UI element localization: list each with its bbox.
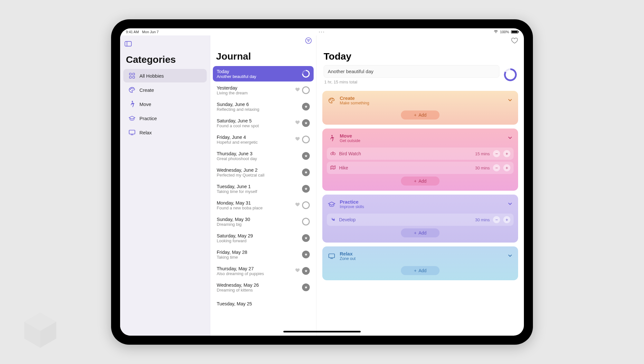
plus-icon: +: [414, 178, 416, 184]
sidebar: Categories All Hobbies Create Move Pract…: [120, 35, 210, 336]
sidebar-item-relax[interactable]: Relax: [123, 126, 207, 139]
star-icon: ★: [302, 168, 310, 176]
add-label: Add: [419, 112, 427, 118]
journal-row-sub: Hopeful and energetic: [217, 140, 295, 145]
svg-point-11: [133, 88, 133, 89]
decrement-button[interactable]: −: [493, 164, 500, 171]
journal-list[interactable]: Today Another beautiful day Yesterday Li…: [210, 65, 316, 336]
journal-row[interactable]: Tuesday, May 25: [213, 296, 314, 311]
card-header[interactable]: Practice Improve skills: [327, 198, 514, 212]
filter-icon[interactable]: [305, 37, 312, 45]
journal-row-sub: Found a cool new spot: [217, 123, 295, 128]
decrement-button[interactable]: −: [493, 150, 500, 157]
journal-row-title: Tuesday, May 25: [217, 301, 310, 306]
journal-row[interactable]: Tuesday, June 1 Taking time for myself ★: [213, 181, 314, 196]
watermark-logo: [19, 309, 61, 351]
decrement-button[interactable]: −: [493, 216, 500, 223]
increment-button[interactable]: +: [503, 164, 510, 171]
svg-rect-6: [133, 73, 135, 75]
add-button[interactable]: + Add: [401, 110, 440, 120]
journal-row-sub: Great photoshoot day: [217, 156, 302, 161]
card-header[interactable]: Move Get outside: [327, 132, 514, 146]
card-title: Relax: [340, 251, 503, 256]
add-button[interactable]: + Add: [401, 177, 440, 186]
heart-icon: [295, 137, 300, 142]
activity-row: Bird Watch 15 mins − +: [327, 148, 514, 160]
home-indicator[interactable]: [283, 331, 361, 332]
activity-duration: 30 mins: [475, 166, 490, 170]
svg-point-12: [132, 101, 133, 102]
progress-ring-icon: [302, 70, 310, 78]
chevron-down-icon[interactable]: [507, 135, 513, 142]
create-icon: [327, 96, 336, 105]
detail-title: Today: [317, 47, 524, 64]
sidebar-item-create[interactable]: Create: [123, 83, 207, 97]
journal-row-title: Monday, May 31: [217, 200, 295, 206]
wifi-icon: [494, 30, 498, 34]
journal-row[interactable]: Wednesday, June 2 Perfected my Quetzal c…: [213, 165, 314, 180]
card-title: Practice: [340, 199, 503, 205]
journal-row[interactable]: Monday, May 31 Found a new boba place: [213, 197, 314, 213]
journal-row[interactable]: Thursday, May 27 Also dreaming of puppie…: [213, 263, 314, 279]
sidebar-item-label: Create: [139, 87, 154, 93]
star-icon: ★: [302, 251, 310, 258]
add-button[interactable]: + Add: [401, 228, 440, 237]
card-header[interactable]: Create Make something: [327, 94, 514, 108]
journal-row[interactable]: Friday, May 28 Taking time ★: [213, 247, 314, 262]
heart-icon: [295, 87, 300, 93]
journal-row-sub: Reflecting and relaxing: [217, 107, 302, 112]
sidebar-item-label: Practice: [139, 116, 157, 121]
battery-icon: [511, 30, 518, 34]
journal-row[interactable]: Today Another beautiful day: [213, 66, 314, 81]
card-header[interactable]: Relax Zone out: [327, 250, 514, 263]
plus-icon: +: [414, 268, 416, 273]
add-label: Add: [419, 268, 427, 273]
activity-duration: 15 mins: [475, 151, 490, 156]
journal-row[interactable]: Yesterday Living the dream: [213, 82, 314, 98]
favorite-icon[interactable]: [511, 37, 518, 45]
chevron-down-icon[interactable]: [507, 201, 513, 208]
activity-duration: 30 mins: [475, 217, 490, 222]
increment-button[interactable]: +: [503, 150, 510, 157]
star-icon: ★: [302, 234, 310, 242]
card-subtitle: Get outside: [340, 139, 503, 143]
sidebar-item-practice[interactable]: Practice: [123, 111, 207, 125]
multitask-dots[interactable]: •••: [319, 30, 325, 34]
relax-icon: [327, 252, 336, 260]
activity-name: Develop: [339, 217, 472, 222]
sidebar-item-move[interactable]: Move: [123, 97, 207, 111]
journal-row[interactable]: Thursday, June 3 Great photoshoot day ★: [213, 148, 314, 164]
journal-row-title: Yesterday: [217, 85, 295, 91]
sidebar-toggle-icon[interactable]: [125, 41, 132, 48]
journal-row[interactable]: Friday, June 4 Hopeful and energetic: [213, 132, 314, 147]
journal-row-title: Saturday, June 5: [217, 118, 295, 123]
journal-row[interactable]: Sunday, May 30 Dreaming big: [213, 214, 314, 229]
journal-row-title: Tuesday, June 1: [217, 184, 302, 189]
chevron-down-icon[interactable]: [507, 97, 513, 104]
journal-row[interactable]: Saturday, June 5 Found a cool new spot ★: [213, 115, 314, 131]
progress-ring-icon: [302, 201, 310, 209]
binoculars-icon: [330, 151, 336, 157]
battery-pct: 100%: [500, 30, 509, 34]
summary-input[interactable]: [324, 65, 499, 78]
sidebar-item-all-hobbies[interactable]: All Hobbies: [123, 69, 207, 82]
map-icon: [330, 165, 336, 171]
add-button[interactable]: + Add: [401, 266, 440, 275]
journal-row-sub: Perfected my Quetzal call: [217, 173, 302, 177]
journal-row[interactable]: Saturday, May 29 Looking forward ★: [213, 230, 314, 246]
svg-rect-27: [329, 254, 335, 258]
journal-row-sub: Dreaming big: [217, 222, 302, 227]
journal-row-sub: Dreaming of kittens: [217, 288, 302, 292]
svg-point-9: [130, 89, 131, 90]
card-title: Create: [340, 95, 503, 101]
chevron-down-icon[interactable]: [507, 253, 513, 260]
svg-rect-3: [125, 42, 131, 46]
activity-row: Develop 30 mins − +: [327, 214, 514, 226]
journal-row-sub: Another beautiful day: [217, 74, 302, 79]
increment-button[interactable]: +: [503, 216, 510, 223]
star-icon: ★: [302, 283, 310, 291]
journal-row-title: Saturday, May 29: [217, 233, 302, 238]
activity-row: Hike 30 mins − +: [327, 162, 514, 174]
journal-row[interactable]: Wednesday, May 26 Dreaming of kittens ★: [213, 280, 314, 295]
journal-row[interactable]: Sunday, June 6 Reflecting and relaxing ★: [213, 99, 314, 114]
